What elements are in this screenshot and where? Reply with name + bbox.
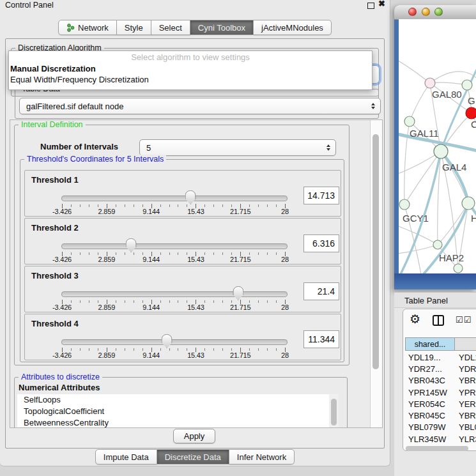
node-top-right[interactable] bbox=[462, 80, 472, 90]
panel-title: Control Panel bbox=[5, 1, 54, 10]
table-row[interactable]: YER054CYER0 bbox=[405, 398, 476, 410]
node-label-hap2: HAP2 bbox=[439, 252, 464, 263]
list-scrollbar[interactable] bbox=[329, 394, 339, 427]
tab-cyni-toolbox[interactable]: Cyni Toolbox bbox=[190, 20, 254, 35]
tick-label: 28 bbox=[281, 351, 289, 359]
node-hap2[interactable] bbox=[433, 240, 442, 249]
table-row[interactable]: YDR27...YDR2 bbox=[405, 363, 476, 374]
table-rows: YDL19...YDL1 YDR27...YDR2 YBR043CYBR0 YP… bbox=[405, 351, 476, 445]
apply-button[interactable]: Apply bbox=[173, 429, 215, 443]
threshold-value-field[interactable]: 21.4 bbox=[303, 282, 339, 300]
node-right[interactable] bbox=[462, 197, 475, 210]
number-of-intervals-spinner[interactable]: 5 bbox=[139, 139, 336, 156]
tab-jactivemnodules[interactable]: jActiveMNodules bbox=[254, 20, 332, 35]
list-item[interactable]: SelfLoops bbox=[17, 394, 329, 406]
dropdown-placeholder-item[interactable]: Select algorithm to view settings bbox=[9, 51, 372, 63]
algorithm-dropdown-popup: Select algorithm to view settings Manual… bbox=[8, 50, 372, 90]
tab-network[interactable]: Network bbox=[58, 20, 117, 35]
minor-ticks bbox=[62, 252, 286, 255]
tab-infer-network[interactable]: Infer Network bbox=[229, 449, 295, 464]
interval-definition-group: Interval Definition Number of Intervals … bbox=[14, 125, 349, 365]
intervals-value: 5 bbox=[146, 143, 151, 153]
tick-label: 21.715 bbox=[230, 208, 250, 215]
zoom-traffic-light[interactable] bbox=[434, 8, 443, 16]
dropdown-option-manual[interactable]: Manual Discretization bbox=[9, 63, 372, 74]
table-row[interactable]: YPR145WYPR1 bbox=[405, 387, 476, 398]
tick-label: 21.715 bbox=[230, 256, 250, 263]
tick-label: -3.426 bbox=[52, 256, 72, 263]
numerical-attributes-label: Numerical Attributes bbox=[19, 383, 100, 392]
float-window-icon[interactable] bbox=[367, 3, 374, 9]
table-panel-title: Table Panel bbox=[394, 292, 476, 308]
tick-label: 9.144 bbox=[142, 303, 160, 311]
node-gal4[interactable] bbox=[434, 144, 448, 158]
window-titlebar[interactable] bbox=[394, 5, 476, 20]
tick-label: -3.426 bbox=[52, 303, 72, 311]
top-tab-bar: Network Style Select Cyni Toolbox jActiv… bbox=[0, 20, 390, 35]
settings-scrollbar[interactable] bbox=[370, 120, 382, 427]
slider-handle[interactable] bbox=[233, 286, 243, 300]
tick-label: 2.859 bbox=[98, 351, 116, 359]
tab-impute-data[interactable]: Impute Data bbox=[95, 449, 157, 464]
table-panel: Table Panel ⚙ ☑☑ shared... n YDL19...YDL… bbox=[394, 292, 476, 476]
tick-label: 2.859 bbox=[98, 303, 116, 311]
table-row[interactable]: YLR345WYLR3 bbox=[405, 433, 476, 445]
minimize-traffic-light[interactable] bbox=[422, 8, 430, 16]
threshold-value-field[interactable]: 6.316 bbox=[303, 234, 339, 252]
tick-label: 15.43 bbox=[187, 256, 204, 263]
horizontal-scrollbar[interactable] bbox=[406, 446, 476, 451]
close-traffic-light[interactable] bbox=[408, 8, 417, 16]
combo-arrows-icon bbox=[371, 103, 375, 109]
columns-icon[interactable] bbox=[433, 315, 444, 326]
node-label-gcy1: GCY1 bbox=[403, 213, 429, 224]
attributes-list: SelfLoops TopologicalCoefficient Between… bbox=[17, 394, 329, 427]
table-row[interactable]: YBR043CYBR0 bbox=[405, 375, 476, 387]
tab-discretize-data[interactable]: Discretize Data bbox=[157, 449, 229, 464]
group-title: Threshold's Coordinates for 5 Intervals bbox=[24, 155, 166, 164]
column-header-shared-name[interactable]: shared... bbox=[405, 337, 455, 351]
threshold-1-row: Threshold 1 -3.426 2.859 9.144 15.43 21.… bbox=[24, 170, 341, 217]
table-row[interactable]: YBL079WYBL0 bbox=[405, 422, 476, 433]
network-graph bbox=[399, 19, 476, 273]
tick-label: -3.426 bbox=[52, 208, 72, 215]
thresholds-group: Threshold's Coordinates for 5 Intervals … bbox=[20, 159, 344, 362]
tick-label: 9.144 bbox=[142, 256, 160, 263]
slider-handle[interactable] bbox=[126, 238, 137, 252]
network-canvas[interactable]: GAL80 G C GAL11 GAL4 GCY1 H HAP2 bbox=[399, 19, 476, 273]
table-data-combobox[interactable]: galFiltered.sif default node bbox=[19, 98, 381, 114]
tick-label: 9.144 bbox=[142, 351, 160, 359]
attributes-group: Attributes to discretize Numerical Attri… bbox=[14, 377, 348, 428]
dropdown-option-equal-width[interactable]: Equal Width/Frequency Discretization bbox=[9, 74, 372, 85]
table-data-selected: galFiltered.sif default node bbox=[26, 102, 123, 111]
select-checkboxes-icon[interactable]: ☑☑ bbox=[456, 315, 472, 325]
column-header-name[interactable]: n bbox=[455, 337, 476, 351]
list-item[interactable]: TopologicalCoefficient bbox=[17, 406, 329, 417]
table-row[interactable]: YDL19...YDL1 bbox=[405, 351, 476, 363]
tab-style[interactable]: Style bbox=[117, 20, 151, 35]
tab-select[interactable]: Select bbox=[151, 20, 190, 35]
slider-handle[interactable] bbox=[162, 334, 173, 348]
node-gal11[interactable] bbox=[404, 116, 415, 127]
node-selected-red[interactable] bbox=[466, 107, 476, 119]
node-bottom[interactable] bbox=[454, 264, 463, 273]
node-gcy1[interactable] bbox=[399, 199, 410, 210]
node-gal80[interactable] bbox=[425, 78, 435, 88]
table-header: shared... n bbox=[405, 337, 476, 351]
slider-handle[interactable] bbox=[185, 190, 196, 204]
settings-scrollpane: Interval Definition Number of Intervals … bbox=[10, 119, 383, 428]
gear-icon[interactable]: ⚙ bbox=[410, 312, 420, 326]
minor-ticks bbox=[62, 300, 286, 303]
scrollbar-thumb[interactable] bbox=[372, 134, 379, 369]
threshold-3-row: Threshold 3 -3.426 2.859 9.144 15.43 21.… bbox=[24, 266, 341, 312]
table-row[interactable]: YBR045CYBR0 bbox=[405, 410, 476, 421]
node-label-gal80: GAL80 bbox=[432, 89, 462, 100]
minor-ticks bbox=[62, 348, 286, 351]
node-label-gal4: GAL4 bbox=[442, 162, 466, 173]
threshold-value-field[interactable]: 14.713 bbox=[303, 187, 339, 204]
threshold-value-field[interactable]: 11.344 bbox=[303, 330, 339, 348]
tick-label: -3.426 bbox=[52, 351, 72, 359]
close-icon[interactable]: ✖ bbox=[378, 0, 385, 8]
list-item[interactable]: BetweennessCentrality bbox=[17, 417, 329, 427]
threshold-label: Threshold 1 bbox=[31, 175, 79, 185]
threshold-label: Threshold 3 bbox=[31, 271, 79, 280]
